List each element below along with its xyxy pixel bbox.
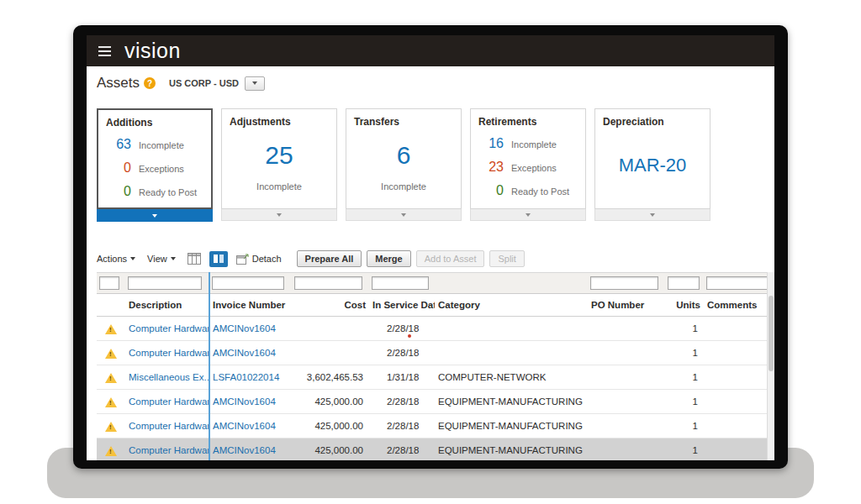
- detach-button[interactable]: Detach: [236, 254, 282, 265]
- comments-cell: [704, 390, 774, 414]
- table-row[interactable]: Computer Hardware AMCINov1604 2/28/18 1: [97, 341, 774, 365]
- invoice-link[interactable]: LSFA01022014: [209, 365, 292, 390]
- stat-value: 0: [106, 160, 131, 176]
- in-service-date-cell: 2/28/18: [369, 390, 435, 414]
- ledger-dropdown-button[interactable]: [245, 76, 265, 91]
- stat-label: Ready to Post: [139, 187, 197, 197]
- invoice-link[interactable]: AMCINov1604: [209, 341, 292, 365]
- column-header-category[interactable]: Category: [435, 294, 588, 317]
- description-link[interactable]: Computer Hardware: [125, 438, 209, 461]
- assets-grid: Description Invoice Number Cost In Servi…: [97, 272, 774, 460]
- column-header-units[interactable]: Units: [665, 294, 704, 317]
- table-row[interactable]: Miscellaneous Ex... LSFA01022014 3,602,4…: [97, 365, 774, 390]
- cost-cell: 425,000.00: [292, 390, 369, 414]
- actions-menu-button[interactable]: Actions: [97, 254, 135, 264]
- cost-cell: 425,000.00: [292, 438, 369, 461]
- comments-cell: [704, 414, 774, 438]
- stat-row: 63 Incomplete: [106, 137, 203, 152]
- stat-label: Exceptions: [139, 164, 184, 174]
- column-header-in-service-date[interactable]: In Service Date: [369, 294, 435, 317]
- view-menu-button[interactable]: View: [147, 254, 176, 264]
- filter-rowheader-input[interactable]: [99, 276, 119, 290]
- merge-button[interactable]: Merge: [367, 250, 410, 267]
- card-expander-button[interactable]: [97, 209, 213, 222]
- columns-grid-icon[interactable]: [188, 253, 201, 265]
- filter-units-input[interactable]: [668, 276, 700, 290]
- units-cell: 1: [665, 414, 704, 438]
- card-expander-button[interactable]: [221, 209, 337, 221]
- description-link[interactable]: Computer Hardware: [125, 414, 209, 438]
- frozen-column-divider: [209, 272, 210, 460]
- metric-value: 6: [354, 141, 453, 170]
- page-header: Assets ? US CORP - USD: [87, 66, 774, 92]
- infotile-row: Additions 63 Incomplete 0 Exceptions 0: [97, 108, 764, 222]
- split-button[interactable]: Split: [489, 250, 524, 267]
- invoice-link[interactable]: AMCINov1604: [209, 390, 292, 414]
- card-expander-button[interactable]: [346, 209, 462, 221]
- comments-cell: [704, 438, 774, 461]
- filter-comments-input[interactable]: [706, 276, 773, 290]
- card-metric: MAR-20: [603, 155, 702, 176]
- invoice-link[interactable]: AMCINov1604: [209, 317, 292, 341]
- warning-icon: [105, 446, 117, 456]
- stat-value: 63: [106, 137, 131, 152]
- column-header-description[interactable]: Description: [125, 294, 209, 317]
- warning-icon: [105, 324, 117, 334]
- app-bar: vision: [87, 35, 774, 66]
- card-title: Additions: [106, 117, 203, 129]
- add-to-asset-button[interactable]: Add to Asset: [416, 250, 485, 267]
- ledger-selector-label: US CORP - USD: [169, 78, 239, 88]
- column-header-invoice[interactable]: Invoice Number: [209, 294, 292, 317]
- units-cell: 1: [665, 365, 704, 390]
- filter-invoice-input[interactable]: [212, 276, 284, 290]
- table-row-selected[interactable]: Computer Hardware AMCINov1604 425,000.00…: [97, 438, 774, 461]
- card-adjustments[interactable]: Adjustments 25 Incomplete: [221, 108, 337, 222]
- prepare-all-button[interactable]: Prepare All: [297, 250, 362, 267]
- filter-po-input[interactable]: [590, 276, 658, 290]
- invoice-link[interactable]: AMCINov1604: [209, 414, 292, 438]
- card-transfers[interactable]: Transfers 6 Incomplete: [346, 108, 462, 222]
- stat-row: 23 Exceptions: [478, 160, 578, 175]
- card-expander-button[interactable]: [594, 209, 710, 221]
- filter-description-input[interactable]: [128, 276, 202, 290]
- po-number-cell: [588, 414, 665, 438]
- column-header-cost[interactable]: Cost: [292, 294, 369, 317]
- stat-row: 0 Exceptions: [106, 160, 203, 176]
- freeze-columns-icon[interactable]: [209, 251, 228, 267]
- table-row[interactable]: Computer Hardware AMCINov1604 2/28/18 1: [97, 317, 774, 341]
- description-link[interactable]: Computer Hardware: [125, 317, 209, 341]
- chevron-down-icon: [130, 257, 135, 260]
- po-number-cell: [588, 390, 665, 414]
- category-cell: COMPUTER-NETWORK: [435, 365, 588, 390]
- brand-logo: vision: [124, 39, 181, 63]
- description-link[interactable]: Computer Hardware: [125, 390, 209, 414]
- cost-cell: [292, 317, 369, 341]
- column-header-po-number[interactable]: PO Number: [588, 294, 665, 317]
- card-additions[interactable]: Additions 63 Incomplete 0 Exceptions 0: [97, 108, 213, 222]
- stat-value: 0: [106, 184, 131, 199]
- vertical-scrollbar[interactable]: [767, 272, 774, 460]
- table-row[interactable]: Computer Hardware AMCINov1604 425,000.00…: [97, 414, 774, 438]
- scrollbar-thumb[interactable]: [769, 296, 774, 371]
- cost-cell: [292, 341, 369, 365]
- filter-date-input[interactable]: [372, 276, 429, 290]
- description-link[interactable]: Miscellaneous Ex...: [125, 365, 209, 390]
- card-depreciation[interactable]: Depreciation MAR-20: [594, 108, 710, 222]
- card-retirements[interactable]: Retirements 16 Incomplete 23 Exceptions …: [470, 108, 586, 222]
- table-row[interactable]: Computer Hardware AMCINov1604 425,000.00…: [97, 390, 774, 414]
- warning-icon: [105, 397, 117, 407]
- in-service-date-cell: 2/28/18: [369, 414, 435, 438]
- warning-icon: [105, 373, 117, 383]
- description-link[interactable]: Computer Hardware: [125, 341, 209, 365]
- invoice-link[interactable]: AMCINov1604: [209, 438, 292, 461]
- metric-value: MAR-20: [603, 155, 702, 176]
- column-header-comments[interactable]: Comments: [704, 294, 774, 317]
- help-icon[interactable]: ?: [144, 77, 156, 89]
- stat-label: Incomplete: [511, 139, 557, 150]
- comments-cell: [704, 365, 774, 390]
- filter-cost-input[interactable]: [294, 276, 362, 290]
- actions-menu-label: Actions: [97, 254, 127, 264]
- hamburger-menu-icon[interactable]: [98, 46, 111, 56]
- card-expander-button[interactable]: [470, 209, 586, 221]
- card-depreciation-body: Depreciation MAR-20: [594, 108, 710, 209]
